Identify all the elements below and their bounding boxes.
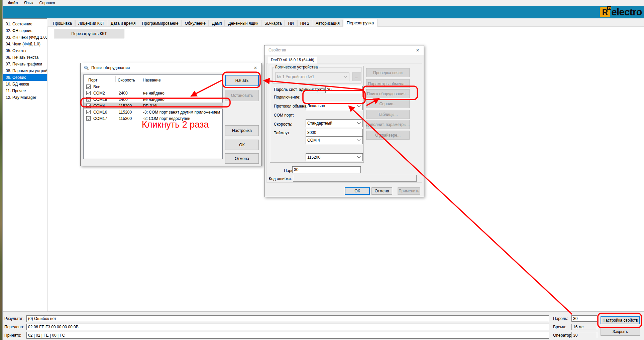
menu-item-help[interactable]: Справка: [36, 0, 58, 6]
speed-combo-value: 115200: [307, 155, 320, 160]
checkbox-checked-icon[interactable]: [86, 84, 91, 89]
tab-sd-card[interactable]: SD-карта: [261, 20, 285, 26]
password-label: Пароль:: [553, 316, 568, 321]
tab-reset[interactable]: Обнуление: [182, 20, 209, 26]
list-item-all[interactable]: Все: [84, 83, 223, 90]
timeout-input[interactable]: 3000: [306, 129, 363, 137]
connection-combo-value: Локально: [307, 104, 325, 108]
close-icon[interactable]: ✕: [252, 65, 259, 71]
password-field[interactable]: 30: [571, 315, 597, 322]
exchange-params-button: Параметры обмена...: [366, 79, 410, 88]
tab-dump[interactable]: Дамп: [209, 20, 225, 26]
extra-params-button: Дополнит. параметры...: [366, 120, 410, 129]
comport-label: COM порт:: [274, 113, 294, 118]
column-header-name[interactable]: Название: [143, 78, 161, 82]
time-label: Время:: [553, 325, 566, 329]
dialog-password-input[interactable]: 30: [292, 166, 361, 173]
properties-dialog-titlebar: Свойства ✕: [264, 45, 424, 55]
sidebar-item-device-params[interactable]: 08. Параметры устройства: [3, 67, 47, 74]
sidebar-item-reports[interactable]: 05. Отчеты: [3, 47, 47, 54]
checkbox-checked-icon[interactable]: [86, 97, 91, 102]
protocol-label: Протокол обмена:: [274, 104, 308, 109]
checkbox-checked-icon[interactable]: [86, 110, 91, 114]
stop-search-button: Остановить: [225, 90, 259, 101]
sidebar-nav: 01. Состояние 02. ФН сервис 03. ФН чеки …: [3, 18, 47, 311]
properties-dialog-title: Свойства: [269, 48, 286, 52]
sidebar-item-print-graphics[interactable]: 07. Печать графики: [3, 61, 47, 67]
name-cell: -2: COM порт недоступен: [143, 116, 190, 121]
list-item-com4-selected[interactable]: COM4 115200 РР-01Ф: [84, 103, 223, 109]
chevron-down-icon: [344, 74, 347, 78]
tab-cash-drawer[interactable]: Денежный ящик: [225, 20, 261, 26]
menu-item-language[interactable]: Язык: [21, 0, 36, 6]
sidebar-item-status[interactable]: 01. Состояние: [3, 21, 47, 27]
list-item-com16[interactable]: COM16 115200 -3: COM порт занят другим п…: [84, 109, 223, 115]
sidebar-item-pay-manager[interactable]: 12. Pay Manager: [3, 94, 47, 101]
props-ok-button[interactable]: ОК: [345, 187, 370, 195]
props-apply-button: Применить: [398, 187, 420, 195]
column-header-speed[interactable]: Скорость: [118, 78, 135, 82]
result-label: Результат:: [4, 316, 24, 321]
sidebar-item-check-db[interactable]: 10. БД чеков: [3, 81, 47, 88]
column-header-port[interactable]: Порт: [88, 78, 97, 82]
tab-reboot[interactable]: Перезагрузка: [343, 19, 378, 27]
list-item-com19[interactable]: COM19 2400 не найдено: [84, 96, 223, 103]
start-search-button[interactable]: Начать: [225, 75, 259, 86]
result-output[interactable]: (0) Ошибок нет: [26, 315, 549, 322]
search-dialog-title: Поиск оборудования: [91, 65, 130, 70]
sent-output[interactable]: 02 06 FE F3 00 00 00 00 0B: [26, 324, 549, 330]
protocol-combo[interactable]: Стандартный: [306, 119, 363, 127]
tab-programming[interactable]: Программирование: [139, 20, 181, 26]
admin-password-input[interactable]: 30: [325, 86, 363, 93]
ports-list[interactable]: Порт Скорость Название Все COM2 2400 не …: [83, 74, 223, 159]
connection-combo[interactable]: Локально: [306, 102, 363, 110]
chevron-down-icon: [357, 104, 361, 107]
sidebar-item-checks[interactable]: 04. Чеки (ФФД 1.0): [3, 41, 47, 47]
tab-licenses[interactable]: Лицензии ККТ: [75, 20, 107, 26]
driver-version-tab[interactable]: DrvFR v6.18.0.15 (64-bit): [268, 56, 317, 63]
name-cell: -3: COM порт занят другим приложением: [143, 110, 220, 115]
menu-item-file[interactable]: Файл: [5, 0, 21, 6]
close-app-button[interactable]: Закрыть: [601, 328, 640, 336]
speed-cell: 115200: [119, 116, 132, 121]
tab-strip: Прошивка Лицензии ККТ Дата и время Прогр…: [50, 20, 378, 26]
port-cell: COM4: [93, 104, 105, 108]
error-code-input: [293, 175, 417, 182]
tab-datetime[interactable]: Дата и время: [108, 20, 138, 26]
ok-button[interactable]: ОК: [225, 140, 259, 150]
speed-cell: 115200: [119, 110, 132, 115]
checkbox-checked-icon[interactable]: [86, 91, 91, 95]
cancel-button[interactable]: Отмена: [225, 153, 259, 164]
speed-combo[interactable]: 115200: [306, 153, 363, 161]
brand-logo: R 2 electro: [600, 7, 642, 17]
tab-ni2[interactable]: НИ 2: [297, 20, 312, 26]
checkbox-checked-icon[interactable]: [86, 116, 91, 121]
sidebar-item-fn-service[interactable]: 02. ФН сервис: [3, 27, 47, 34]
sidebar-item-print-text[interactable]: 06. Печать текста: [3, 54, 47, 61]
properties-dialog: Свойства ✕ DrvFR v6.18.0.15 (64-bit) Лог…: [264, 45, 424, 197]
list-item-com2[interactable]: COM2 2400 не найдено: [84, 90, 223, 96]
received-output[interactable]: 02 | 02 | FE | 00 | FC: [26, 332, 549, 339]
search-dialog-titlebar: Поиск оборудования ✕: [81, 63, 261, 72]
checkbox-checked-icon[interactable]: [86, 104, 91, 108]
tab-authorization[interactable]: Авторизация: [313, 20, 343, 26]
logical-devices-group-label: Логические устройства: [274, 65, 319, 69]
tab-ni[interactable]: НИ: [285, 20, 297, 26]
list-item-com17[interactable]: COM17 115200 -2: COM порт недоступен: [84, 115, 223, 122]
name-cell: не найдено: [143, 97, 165, 102]
props-cancel-button[interactable]: Отмена: [371, 187, 392, 195]
sidebar-item-other[interactable]: 11. Прочее: [3, 88, 47, 94]
name-cell: РР-01Ф: [143, 104, 157, 108]
name-cell: не найдено: [143, 91, 165, 96]
sidebar-item-service[interactable]: 09. Сервис: [3, 74, 47, 81]
port-cell: COM2: [93, 91, 105, 96]
settings-button[interactable]: Настройка: [225, 125, 259, 136]
close-icon[interactable]: ✕: [414, 47, 421, 53]
port-cell: Все: [93, 84, 100, 89]
properties-setup-button[interactable]: Настройка свойств: [601, 316, 640, 324]
reboot-kkt-button[interactable]: Перезагрузить ККТ: [54, 29, 124, 38]
sidebar-item-fn-checks[interactable]: 03. ФН чеки (ФФД 1.05-1.2): [3, 34, 47, 41]
comport-combo[interactable]: COM 4: [306, 136, 363, 144]
search-equipment-dialog: Поиск оборудования ✕ Порт Скорость Назва…: [80, 63, 262, 166]
tab-firmware[interactable]: Прошивка: [50, 20, 75, 26]
